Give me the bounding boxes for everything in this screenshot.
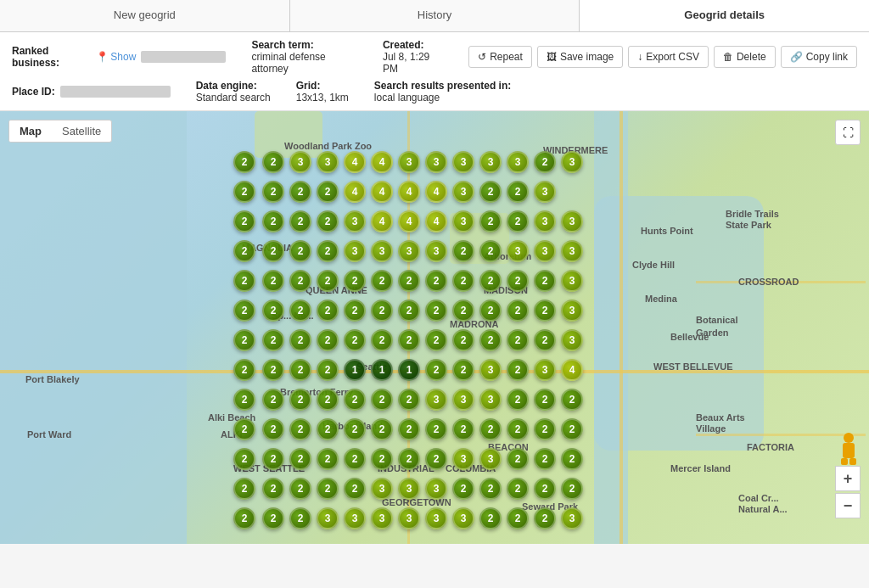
grid-dot-rank-2[interactable]: 2 bbox=[262, 507, 284, 529]
grid-dot-rank-2[interactable]: 2 bbox=[561, 478, 583, 500]
grid-dot-rank-3[interactable]: 3 bbox=[371, 240, 393, 262]
grid-dot-rank-2[interactable]: 2 bbox=[262, 181, 284, 203]
grid-dot-rank-2[interactable]: 2 bbox=[398, 448, 420, 470]
grid-dot-rank-4[interactable]: 4 bbox=[344, 151, 366, 173]
grid-dot-rank-2[interactable]: 2 bbox=[561, 448, 583, 470]
export-csv-button[interactable]: ↓ Export CSV bbox=[628, 46, 709, 68]
grid-dot-rank-3[interactable]: 3 bbox=[344, 210, 366, 232]
grid-dot-rank-4[interactable]: 4 bbox=[371, 181, 393, 203]
zoom-out-button[interactable]: − bbox=[835, 493, 861, 518]
grid-dot-rank-2[interactable]: 2 bbox=[262, 418, 284, 440]
grid-dot-rank-4[interactable]: 4 bbox=[371, 210, 393, 232]
grid-dot-rank-2[interactable]: 2 bbox=[452, 300, 474, 322]
grid-dot-rank-3[interactable]: 3 bbox=[561, 507, 583, 529]
map-type-satellite-button[interactable]: Satellite bbox=[52, 120, 111, 142]
grid-dot-rank-2[interactable]: 2 bbox=[317, 389, 339, 411]
grid-dot-rank-3[interactable]: 3 bbox=[479, 448, 502, 470]
save-image-button[interactable]: 🖼 Save image bbox=[537, 46, 623, 68]
grid-dot-rank-2[interactable]: 2 bbox=[317, 418, 339, 440]
grid-dot-rank-1[interactable]: 1 bbox=[344, 359, 366, 381]
grid-dot-rank-2[interactable]: 2 bbox=[289, 478, 311, 500]
copy-link-button[interactable]: 🔗 Copy link bbox=[781, 46, 857, 68]
grid-dot-rank-2[interactable]: 2 bbox=[289, 359, 311, 381]
grid-dot-rank-2[interactable]: 2 bbox=[425, 329, 447, 351]
grid-dot-rank-2[interactable]: 2 bbox=[317, 359, 339, 381]
grid-dot-rank-2[interactable]: 2 bbox=[425, 359, 447, 381]
grid-dot-rank-2[interactable]: 2 bbox=[479, 418, 502, 440]
grid-dot-rank-2[interactable]: 2 bbox=[317, 448, 339, 470]
grid-dot-rank-2[interactable]: 2 bbox=[289, 329, 311, 351]
grid-dot-rank-2[interactable]: 2 bbox=[452, 478, 474, 500]
grid-dot-rank-2[interactable]: 2 bbox=[452, 240, 474, 262]
grid-dot-rank-2[interactable]: 2 bbox=[262, 448, 284, 470]
grid-dot-rank-2[interactable]: 2 bbox=[233, 478, 255, 500]
grid-dot-rank-3[interactable]: 3 bbox=[425, 240, 447, 262]
grid-dot-rank-2[interactable]: 2 bbox=[289, 270, 311, 292]
grid-dot-rank-3[interactable]: 3 bbox=[317, 507, 339, 529]
grid-dot-rank-3[interactable]: 3 bbox=[317, 151, 339, 173]
map-container[interactable]: Map Satellite ⛶ Woodland Park ZooWINDERM… bbox=[0, 111, 869, 544]
street-view-control[interactable] bbox=[837, 431, 861, 468]
grid-dot-rank-2[interactable]: 2 bbox=[561, 418, 583, 440]
grid-dot-rank-2[interactable]: 2 bbox=[233, 300, 255, 322]
grid-dot-rank-3[interactable]: 3 bbox=[452, 210, 474, 232]
grid-dot-rank-3[interactable]: 3 bbox=[452, 448, 474, 470]
grid-dot-rank-3[interactable]: 3 bbox=[561, 270, 583, 292]
grid-dot-rank-3[interactable]: 3 bbox=[425, 151, 447, 173]
grid-dot-rank-2[interactable]: 2 bbox=[507, 359, 529, 381]
grid-dot-rank-3[interactable]: 3 bbox=[534, 181, 556, 203]
grid-dot-rank-3[interactable]: 3 bbox=[534, 359, 556, 381]
grid-dot-rank-4[interactable]: 4 bbox=[398, 181, 420, 203]
grid-dot-rank-3[interactable]: 3 bbox=[398, 151, 420, 173]
grid-dot-rank-2[interactable]: 2 bbox=[452, 270, 474, 292]
grid-dot-rank-2[interactable]: 2 bbox=[262, 151, 284, 173]
grid-dot-rank-2[interactable]: 2 bbox=[507, 418, 529, 440]
delete-button[interactable]: 🗑 Delete bbox=[714, 46, 776, 68]
grid-dot-rank-4[interactable]: 4 bbox=[561, 359, 583, 381]
grid-dot-rank-2[interactable]: 2 bbox=[371, 418, 393, 440]
grid-dot-rank-2[interactable]: 2 bbox=[317, 240, 339, 262]
grid-dot-rank-3[interactable]: 3 bbox=[479, 151, 502, 173]
grid-dot-rank-2[interactable]: 2 bbox=[425, 270, 447, 292]
grid-dot-rank-2[interactable]: 2 bbox=[233, 210, 255, 232]
grid-dot-rank-2[interactable]: 2 bbox=[479, 210, 502, 232]
grid-dot-rank-2[interactable]: 2 bbox=[398, 389, 420, 411]
grid-dot-rank-2[interactable]: 2 bbox=[289, 448, 311, 470]
grid-dot-rank-2[interactable]: 2 bbox=[398, 300, 420, 322]
grid-dot-rank-2[interactable]: 2 bbox=[534, 270, 556, 292]
grid-dot-rank-2[interactable]: 2 bbox=[507, 181, 529, 203]
grid-dot-rank-2[interactable]: 2 bbox=[398, 329, 420, 351]
grid-dot-rank-3[interactable]: 3 bbox=[425, 507, 447, 529]
grid-dot-rank-2[interactable]: 2 bbox=[262, 478, 284, 500]
grid-dot-rank-2[interactable]: 2 bbox=[262, 240, 284, 262]
grid-dot-rank-2[interactable]: 2 bbox=[534, 151, 556, 173]
grid-dot-rank-2[interactable]: 2 bbox=[344, 270, 366, 292]
grid-dot-rank-2[interactable]: 2 bbox=[371, 270, 393, 292]
grid-dot-rank-3[interactable]: 3 bbox=[371, 507, 393, 529]
grid-dot-rank-3[interactable]: 3 bbox=[479, 359, 502, 381]
grid-dot-rank-2[interactable]: 2 bbox=[233, 389, 255, 411]
grid-dot-rank-2[interactable]: 2 bbox=[262, 359, 284, 381]
fullscreen-button[interactable]: ⛶ bbox=[835, 120, 861, 145]
grid-dot-rank-2[interactable]: 2 bbox=[317, 181, 339, 203]
grid-dot-rank-4[interactable]: 4 bbox=[398, 210, 420, 232]
grid-dot-rank-2[interactable]: 2 bbox=[262, 270, 284, 292]
grid-dot-rank-3[interactable]: 3 bbox=[507, 240, 529, 262]
grid-dot-rank-2[interactable]: 2 bbox=[425, 418, 447, 440]
grid-dot-rank-3[interactable]: 3 bbox=[534, 240, 556, 262]
grid-dot-rank-2[interactable]: 2 bbox=[507, 448, 529, 470]
grid-dot-rank-2[interactable]: 2 bbox=[479, 181, 502, 203]
grid-dot-rank-3[interactable]: 3 bbox=[398, 478, 420, 500]
grid-dot-rank-2[interactable]: 2 bbox=[233, 418, 255, 440]
grid-dot-rank-3[interactable]: 3 bbox=[479, 389, 502, 411]
grid-dot-rank-2[interactable]: 2 bbox=[398, 418, 420, 440]
grid-dot-rank-2[interactable]: 2 bbox=[452, 418, 474, 440]
grid-dot-rank-3[interactable]: 3 bbox=[371, 478, 393, 500]
tab-new-geogrid[interactable]: New geogrid bbox=[0, 0, 290, 31]
tab-geogrid-details[interactable]: Geogrid details bbox=[580, 0, 869, 31]
tab-history[interactable]: History bbox=[290, 0, 580, 31]
grid-dot-rank-2[interactable]: 2 bbox=[317, 300, 339, 322]
grid-dot-rank-2[interactable]: 2 bbox=[317, 270, 339, 292]
grid-dot-rank-2[interactable]: 2 bbox=[344, 478, 366, 500]
grid-dot-rank-3[interactable]: 3 bbox=[507, 151, 529, 173]
